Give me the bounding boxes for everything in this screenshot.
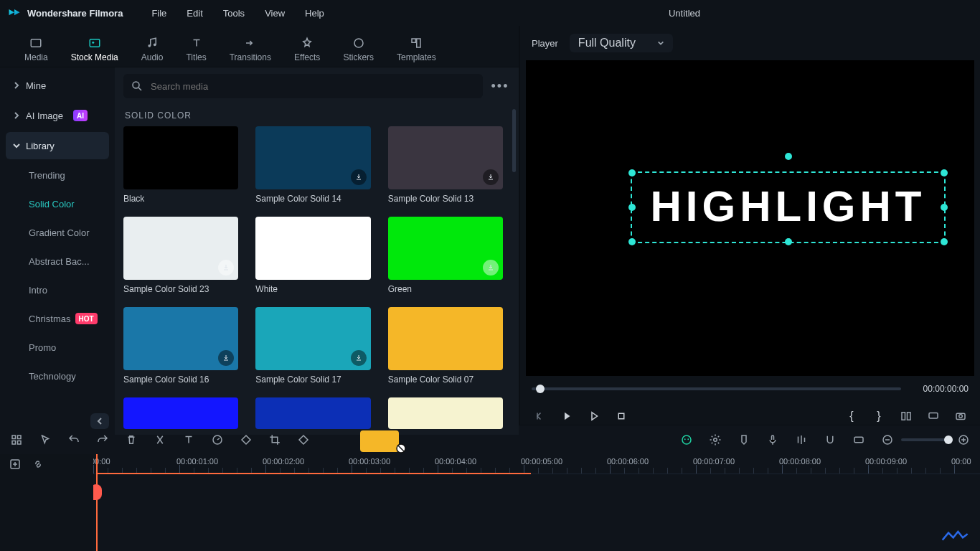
display-icon[interactable] (925, 408, 941, 424)
swatch-thumb[interactable] (255, 397, 370, 429)
tab-effects[interactable]: Effects (294, 37, 320, 67)
swatch-card[interactable]: White (255, 217, 370, 294)
handle-bottom-mid[interactable] (785, 238, 792, 245)
sidebar-sub-solid-color[interactable]: Solid Color (6, 191, 109, 217)
swatch-card[interactable]: Sample Color Solid 16 (123, 307, 238, 385)
swatch-thumb[interactable] (123, 217, 238, 280)
tab-audio[interactable]: Audio (141, 37, 164, 67)
swatch-card[interactable]: Sample Color Solid 17 (255, 307, 370, 385)
zoom-out-icon[interactable] (881, 433, 894, 446)
tab-media[interactable]: Media (24, 37, 48, 67)
swatch-thumb[interactable] (123, 397, 238, 429)
swatch-thumb[interactable] (255, 126, 370, 189)
swatch-thumb[interactable] (388, 307, 503, 370)
swatch-card[interactable] (388, 397, 503, 429)
snapshot-icon[interactable] (953, 408, 969, 424)
download-icon[interactable] (351, 169, 367, 185)
handle-bottom-right[interactable] (941, 238, 948, 245)
swatch-card[interactable]: Sample Color Solid 07 (388, 307, 503, 385)
sidebar-sub-technology[interactable]: Technology (6, 363, 109, 389)
tab-titles[interactable]: Titles (186, 37, 206, 67)
swatch-thumb[interactable] (388, 126, 503, 189)
mic-icon[interactable] (766, 433, 779, 446)
sidebar-sub-intro[interactable]: Intro (6, 277, 109, 303)
library-scrollbar[interactable] (512, 109, 516, 172)
next-frame-button[interactable] (586, 408, 602, 424)
color-tag-icon[interactable] (240, 433, 253, 446)
search-input-wrap[interactable] (123, 74, 483, 98)
timeline-ruler[interactable]: 00:0000:00:01:0000:00:02:0000:00:03:0000… (93, 454, 980, 474)
undo-icon[interactable] (67, 433, 80, 446)
menu-file[interactable]: File (151, 8, 166, 19)
menu-tools[interactable]: Tools (223, 8, 245, 19)
menu-help[interactable]: Help (305, 8, 324, 19)
more-menu[interactable]: ••• (490, 79, 510, 94)
download-icon[interactable] (483, 169, 499, 185)
swatch-thumb[interactable] (123, 126, 238, 189)
ai-tools-icon[interactable] (680, 433, 693, 446)
swatch-thumb[interactable] (123, 307, 238, 370)
scrub-track[interactable] (532, 387, 901, 390)
sidebar-sub-christmas[interactable]: ChristmasHOT (6, 306, 109, 331)
scrub-knob[interactable] (536, 385, 545, 393)
swatch-card[interactable]: Sample Color Solid 14 (255, 126, 370, 204)
swatch-card[interactable]: Sample Color Solid 23 (123, 217, 238, 294)
sidebar-item-ai-image[interactable]: AI Image AI (6, 102, 109, 129)
stop-button[interactable] (613, 408, 629, 424)
sidebar-sub-promo[interactable]: Promo (6, 334, 109, 360)
download-icon[interactable] (483, 260, 499, 276)
handle-mid-right[interactable] (941, 204, 948, 211)
preview-viewport[interactable]: HIGHLIGHT (526, 60, 974, 376)
marker-icon[interactable] (738, 433, 750, 446)
brace-close-icon[interactable]: } (871, 408, 887, 424)
crop-icon[interactable] (268, 433, 281, 446)
tab-templates[interactable]: Templates (397, 37, 436, 67)
swatch-thumb[interactable] (255, 307, 370, 370)
handle-top-left[interactable] (628, 169, 636, 176)
swatch-card[interactable] (255, 397, 370, 429)
timeline-marker[interactable] (93, 484, 102, 500)
handle-bottom-left[interactable] (628, 238, 636, 245)
drag-clip-preview[interactable] (360, 430, 399, 452)
swatch-thumb[interactable] (255, 217, 370, 280)
prev-frame-button[interactable] (532, 408, 547, 424)
tab-stock-media[interactable]: Stock Media (71, 37, 118, 67)
compare-icon[interactable] (898, 408, 914, 424)
delete-icon[interactable] (125, 433, 138, 446)
download-icon[interactable] (351, 350, 367, 366)
sidebar-collapse-button[interactable] (90, 413, 109, 429)
swatch-card[interactable]: Sample Color Solid 13 (388, 126, 503, 204)
swatch-card[interactable]: Black (123, 126, 238, 204)
swatch-card[interactable]: Green (388, 217, 503, 294)
zoom-knob[interactable] (944, 435, 953, 444)
menu-edit[interactable]: Edit (187, 8, 202, 19)
swatch-thumb[interactable] (388, 397, 503, 429)
swatch-card[interactable] (123, 397, 238, 429)
sidebar-item-library[interactable]: Library (6, 132, 109, 159)
sidebar-sub-gradient[interactable]: Gradient Color (6, 220, 109, 245)
gear-icon[interactable] (709, 433, 722, 446)
audio-mix-icon[interactable] (795, 433, 808, 446)
handle-mid-left[interactable] (628, 204, 636, 211)
menu-view[interactable]: View (265, 8, 285, 19)
selection-box[interactable]: HIGHLIGHT (631, 171, 946, 243)
add-track-icon[interactable] (9, 458, 22, 471)
handle-top-right[interactable] (941, 169, 948, 176)
playhead[interactable] (96, 454, 98, 551)
tab-transitions[interactable]: Transitions (230, 37, 271, 67)
brace-open-icon[interactable]: { (844, 408, 859, 424)
link-icon[interactable] (32, 458, 44, 471)
sidebar-sub-trending[interactable]: Trending (6, 162, 109, 188)
zoom-in-icon[interactable] (957, 433, 970, 446)
caption-icon[interactable] (852, 433, 865, 446)
keyframe-icon[interactable] (297, 433, 310, 446)
sidebar-item-mine[interactable]: Mine (6, 72, 109, 99)
sidebar-sub-abstract[interactable]: Abstract Bac... (6, 248, 109, 274)
redo-icon[interactable] (96, 433, 109, 446)
split-icon[interactable] (154, 433, 166, 446)
download-icon[interactable] (218, 260, 234, 276)
magnet-icon[interactable] (824, 433, 837, 446)
play-button[interactable] (559, 408, 575, 424)
grid-icon[interactable] (10, 433, 23, 446)
pointer-icon[interactable] (39, 433, 52, 446)
